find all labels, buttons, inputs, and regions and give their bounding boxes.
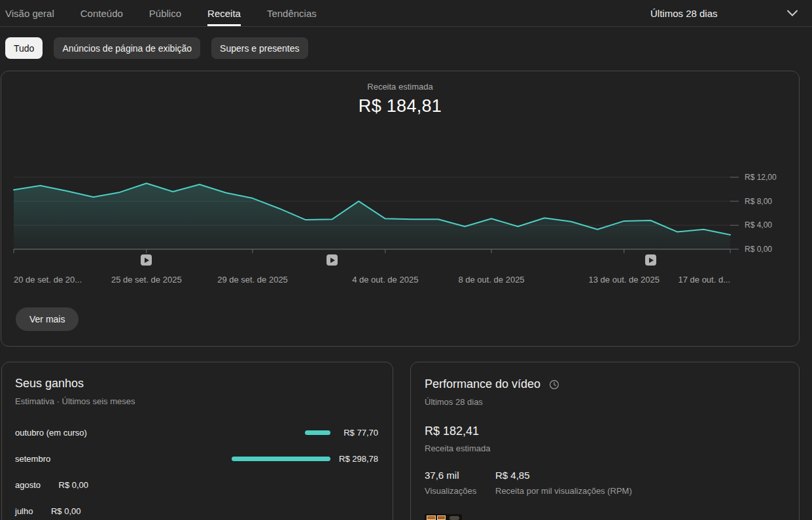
month-label: agosto — [15, 480, 41, 490]
tab-label: Público — [149, 8, 181, 19]
video-marker-play-icon[interactable] — [327, 254, 338, 266]
y-axis-label: R$ 4,00 — [745, 220, 797, 230]
revenue-filter-chips: Tudo Anúncios de página de exibição Supe… — [5, 37, 308, 59]
tab-label: Receita — [207, 8, 241, 19]
earnings-value: R$ 0,00 — [46, 480, 88, 490]
chip-tudo[interactable]: Tudo — [5, 37, 43, 59]
performance-revenue-label: Receita estimada — [425, 443, 490, 453]
date-range-selector[interactable]: Últimos 28 dias — [650, 0, 798, 26]
performance-card-subtitle: Últimos 28 dias — [425, 397, 483, 407]
earnings-row-julho: julho R$ 0,00 — [15, 498, 378, 520]
video-marker-play-icon[interactable] — [645, 254, 656, 266]
month-label: outubro (em curso) — [15, 428, 87, 438]
estimated-revenue-card: Receita estimada R$ 184,81 R$ 12,00R$ 8,… — [1, 71, 800, 347]
views-label: Visualizações — [425, 486, 495, 496]
month-label: setembro — [15, 454, 50, 464]
x-axis-label: 8 de out. de 2025 — [458, 275, 524, 285]
y-axis-label: R$ 12,00 — [745, 173, 797, 182]
chip-anuncios-pagina-exibicao[interactable]: Anúncios de página de exibição — [54, 37, 200, 59]
views-value: 37,6 mil — [425, 470, 495, 481]
earnings-row-agosto: agosto R$ 0,00 — [15, 472, 378, 498]
chip-label: Supers e presentes — [220, 43, 299, 54]
x-axis-label: 25 de set. de 2025 — [111, 275, 182, 285]
x-axis-label: 4 de out. de 2025 — [352, 275, 418, 285]
monthly-earnings-list: outubro (em curso) R$ 77,70 setembro R$ … — [15, 419, 378, 520]
video-marker-play-icon[interactable] — [141, 254, 152, 266]
play-icon — [145, 258, 149, 263]
earnings-row-setembro: setembro R$ 298,78 — [15, 445, 378, 472]
tab-conteudo[interactable]: Conteúdo — [80, 0, 123, 26]
performance-metrics: 37,6 mil Visualizações R$ 4,85 Receita p… — [425, 470, 632, 496]
tab-publico[interactable]: Público — [149, 0, 181, 26]
chip-label: Anúncios de página de exibição — [62, 43, 192, 54]
earnings-bar — [305, 430, 330, 435]
metric-header-receita-estimada[interactable]: Receita estimada R$ 184,81 — [1, 82, 799, 116]
tab-label: Conteúdo — [80, 8, 123, 19]
video-performance-card: Performance do vídeo Últimos 28 dias R$ … — [410, 362, 800, 520]
metric-value: R$ 184,81 — [1, 96, 799, 116]
x-axis-label: 17 de out. d... — [678, 275, 730, 285]
x-axis-label: 20 de set. de 20... — [14, 275, 82, 285]
earnings-value: R$ 0,00 — [39, 506, 80, 516]
thumbnail-art — [437, 515, 446, 520]
rpm-label: Receita por mil visualizações (RPM) — [495, 486, 632, 496]
tab-label: Visão geral — [5, 8, 54, 19]
see-more-button[interactable]: Ver mais — [16, 307, 79, 331]
x-axis-label: 29 de set. de 2025 — [217, 275, 288, 285]
tab-receita[interactable]: Receita — [207, 0, 241, 26]
active-tab-underline — [207, 24, 241, 26]
play-icon — [330, 258, 335, 263]
chevron-down-icon — [786, 10, 798, 17]
tab-visao-geral[interactable]: Visão geral — [5, 0, 54, 26]
your-earnings-card: Seus ganhos Estimativa · Últimos seis me… — [1, 362, 393, 520]
video-thumbnail[interactable] — [425, 514, 462, 520]
chip-supers-presentes[interactable]: Supers e presentes — [211, 37, 308, 59]
y-axis-label: R$ 0,00 — [745, 245, 797, 254]
chip-label: Tudo — [14, 43, 34, 54]
tab-tendencias[interactable]: Tendências — [267, 0, 317, 26]
rpm-value: R$ 4,85 — [495, 470, 632, 481]
tab-label: Tendências — [267, 8, 317, 19]
thumbnail-art — [450, 516, 459, 520]
performance-revenue-value: R$ 182,41 — [425, 425, 479, 438]
month-label: julho — [15, 506, 33, 516]
y-axis-label: R$ 8,00 — [745, 197, 797, 206]
earnings-value: R$ 298,78 — [336, 454, 378, 464]
play-icon — [649, 258, 654, 263]
performance-card-title: Performance do vídeo — [425, 377, 540, 391]
earnings-value: R$ 77,70 — [336, 428, 378, 438]
earnings-row-outubro: outubro (em curso) R$ 77,70 — [15, 419, 378, 445]
thumbnail-art — [427, 515, 436, 520]
earnings-bar — [232, 457, 330, 461]
x-axis-label: 13 de out. de 2025 — [589, 275, 660, 285]
earnings-card-subtitle: Estimativa · Últimos seis meses — [15, 396, 135, 406]
clock-icon — [549, 379, 559, 390]
date-range-label: Últimos 28 dias — [650, 8, 718, 19]
revenue-line-chart[interactable]: R$ 12,00R$ 8,00R$ 4,00R$ 0,0020 de set. … — [1, 167, 799, 292]
metric-label: Receita estimada — [1, 82, 799, 92]
earnings-card-title: Seus ganhos — [15, 377, 135, 390]
